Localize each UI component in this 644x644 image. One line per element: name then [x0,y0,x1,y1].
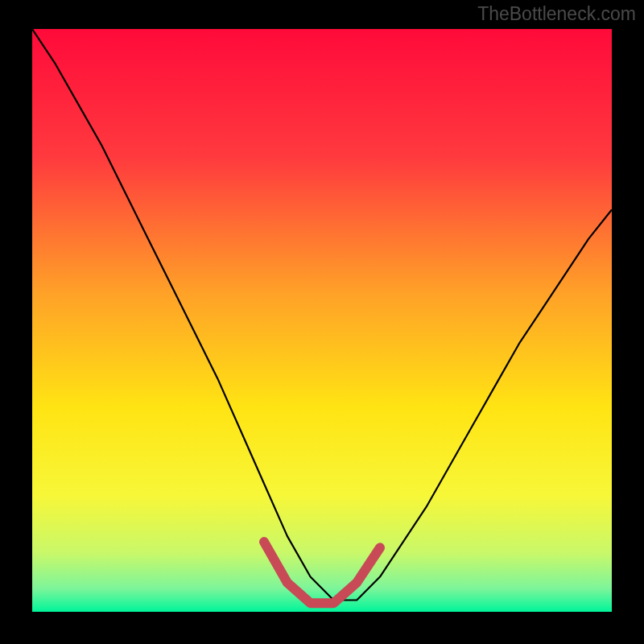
watermark-text: TheBottleneck.com [477,3,636,25]
gradient-background [32,29,612,612]
bottleneck-chart [32,29,612,612]
plot-area [32,29,612,612]
chart-frame: TheBottleneck.com [0,0,644,644]
